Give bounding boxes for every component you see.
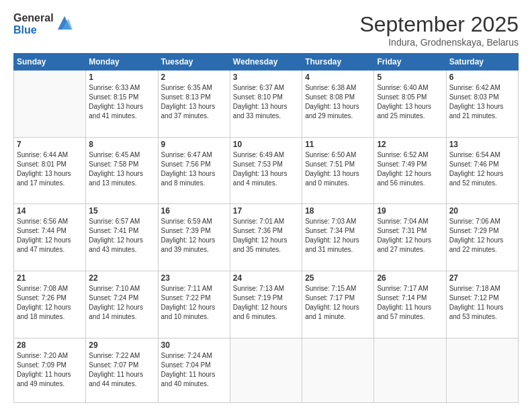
day-number: 22 xyxy=(89,273,154,283)
cell-info-line: Daylight: 12 hours xyxy=(377,169,443,179)
cell-info-line: Sunrise: 6:37 AM xyxy=(233,83,299,93)
cell-info-line: and 18 minutes. xyxy=(17,312,83,322)
cell-info-line: Daylight: 13 hours xyxy=(377,102,443,111)
table-row: 19Sunrise: 7:04 AMSunset: 7:31 PMDayligh… xyxy=(374,204,446,271)
day-number: 26 xyxy=(377,273,443,283)
cell-info-line: Daylight: 13 hours xyxy=(233,169,299,179)
cell-info-line: and 4 minutes. xyxy=(233,179,299,188)
cell-info-line: and 25 minutes. xyxy=(377,111,443,121)
cell-info-line: Daylight: 13 hours xyxy=(233,102,299,111)
cell-info-line: Daylight: 12 hours xyxy=(449,236,515,245)
table-row: 24Sunrise: 7:13 AMSunset: 7:19 PMDayligh… xyxy=(230,271,302,338)
cell-info-line: Sunrise: 6:52 AM xyxy=(377,150,443,160)
table-row: 29Sunrise: 7:22 AMSunset: 7:07 PMDayligh… xyxy=(86,338,158,402)
table-row: 17Sunrise: 7:01 AMSunset: 7:36 PMDayligh… xyxy=(230,204,302,271)
cell-info-line: Sunrise: 6:33 AM xyxy=(89,83,154,93)
cell-info-line: Daylight: 12 hours xyxy=(233,236,299,245)
cell-info-line: and 29 minutes. xyxy=(305,111,371,121)
table-row: 8Sunrise: 6:45 AMSunset: 7:58 PMDaylight… xyxy=(86,137,158,204)
table-row: 15Sunrise: 6:57 AMSunset: 7:41 PMDayligh… xyxy=(86,204,158,271)
cell-info-line: Sunset: 7:04 PM xyxy=(161,361,227,370)
cell-info-line: and 10 minutes. xyxy=(161,312,227,322)
cell-info-line: Sunset: 7:36 PM xyxy=(233,226,299,236)
table-row: 22Sunrise: 7:10 AMSunset: 7:24 PMDayligh… xyxy=(86,271,158,338)
cell-info-line: Sunset: 7:56 PM xyxy=(161,160,227,169)
cell-info-line: Sunrise: 7:18 AM xyxy=(449,284,515,293)
calendar-table: Sunday Monday Tuesday Wednesday Thursday… xyxy=(13,53,519,403)
table-row: 12Sunrise: 6:52 AMSunset: 7:49 PMDayligh… xyxy=(374,137,446,204)
cell-info-line: Daylight: 13 hours xyxy=(161,102,227,111)
table-row: 2Sunrise: 6:35 AMSunset: 8:13 PMDaylight… xyxy=(158,71,230,138)
cell-info-line: and 57 minutes. xyxy=(377,312,443,322)
logo-general: General xyxy=(13,12,54,24)
cell-info-line: Sunrise: 6:42 AM xyxy=(449,83,515,93)
cell-info-line: and 40 minutes. xyxy=(161,379,227,389)
cell-info-line: Sunrise: 7:08 AM xyxy=(17,284,83,293)
day-number: 13 xyxy=(449,140,515,149)
cell-info-line: Sunrise: 7:06 AM xyxy=(449,217,515,226)
cell-info-line: and 52 minutes. xyxy=(449,179,515,188)
day-number: 27 xyxy=(449,273,515,283)
cell-info-line: Sunrise: 6:44 AM xyxy=(17,150,83,160)
cell-info-line: Sunset: 7:49 PM xyxy=(377,160,443,169)
cell-info-line: Daylight: 12 hours xyxy=(161,303,227,312)
col-tuesday: Tuesday xyxy=(158,54,230,71)
cell-info-line: Daylight: 11 hours xyxy=(89,370,154,379)
cell-info-line: Sunrise: 7:10 AM xyxy=(89,284,154,293)
table-row: 16Sunrise: 6:59 AMSunset: 7:39 PMDayligh… xyxy=(158,204,230,271)
cell-info-line: Daylight: 12 hours xyxy=(17,236,83,245)
cell-info-line: Daylight: 12 hours xyxy=(449,169,515,179)
cell-info-line: and 6 minutes. xyxy=(233,312,299,322)
col-monday: Monday xyxy=(86,54,158,71)
table-row: 3Sunrise: 6:37 AMSunset: 8:10 PMDaylight… xyxy=(230,71,302,138)
day-number: 23 xyxy=(161,273,227,283)
table-row: 25Sunrise: 7:15 AMSunset: 7:17 PMDayligh… xyxy=(302,271,374,338)
cell-info-line: Sunset: 7:51 PM xyxy=(305,160,371,169)
cell-info-line: and 37 minutes. xyxy=(161,111,227,121)
cell-info-line: Sunset: 7:58 PM xyxy=(89,160,154,169)
col-thursday: Thursday xyxy=(302,54,374,71)
cell-info-line: Sunrise: 6:35 AM xyxy=(161,83,227,93)
day-number: 29 xyxy=(89,340,154,350)
day-number: 6 xyxy=(449,73,515,82)
cell-info-line: Sunset: 7:34 PM xyxy=(305,226,371,236)
cell-info-line: Sunset: 7:41 PM xyxy=(89,226,154,236)
logo-text: General Blue xyxy=(13,12,54,36)
cell-info-line: and 35 minutes. xyxy=(233,245,299,255)
header: General Blue September 2025 Indura, Grod… xyxy=(13,12,519,48)
cell-info-line: Sunset: 7:07 PM xyxy=(89,361,154,370)
cell-info-line: Daylight: 13 hours xyxy=(161,169,227,179)
cell-info-line: and 31 minutes. xyxy=(305,245,371,255)
table-row xyxy=(14,71,86,138)
cell-info-line: and 22 minutes. xyxy=(449,245,515,255)
cell-info-line: Daylight: 12 hours xyxy=(89,236,154,245)
cell-info-line: and 39 minutes. xyxy=(161,245,227,255)
table-row: 9Sunrise: 6:47 AMSunset: 7:56 PMDaylight… xyxy=(158,137,230,204)
day-number: 16 xyxy=(161,206,227,216)
cell-info-line: Daylight: 12 hours xyxy=(305,303,371,312)
cell-info-line: Daylight: 12 hours xyxy=(17,303,83,312)
month-title: September 2025 xyxy=(359,12,519,37)
cell-info-line: Daylight: 12 hours xyxy=(233,303,299,312)
cell-info-line: Sunset: 7:09 PM xyxy=(17,361,83,370)
cell-info-line: Sunrise: 7:13 AM xyxy=(233,284,299,293)
cell-info-line: Daylight: 13 hours xyxy=(305,102,371,111)
table-row: 30Sunrise: 7:24 AMSunset: 7:04 PMDayligh… xyxy=(158,338,230,402)
cell-info-line: and 14 minutes. xyxy=(89,312,154,322)
cell-info-line: Daylight: 13 hours xyxy=(89,102,154,111)
cell-info-line: Sunset: 8:05 PM xyxy=(377,93,443,102)
table-row: 4Sunrise: 6:38 AMSunset: 8:08 PMDaylight… xyxy=(302,71,374,138)
cell-info-line: Sunset: 7:19 PM xyxy=(233,293,299,303)
table-row: 20Sunrise: 7:06 AMSunset: 7:29 PMDayligh… xyxy=(446,204,518,271)
cell-info-line: Sunrise: 6:54 AM xyxy=(449,150,515,160)
day-number: 20 xyxy=(449,206,515,216)
cell-info-line: Sunrise: 7:03 AM xyxy=(305,217,371,226)
cell-info-line: Daylight: 13 hours xyxy=(305,169,371,179)
cell-info-line: Sunset: 7:24 PM xyxy=(89,293,154,303)
day-number: 2 xyxy=(161,73,227,82)
cell-info-line: Sunrise: 6:56 AM xyxy=(17,217,83,226)
cell-info-line: Sunrise: 7:15 AM xyxy=(305,284,371,293)
table-row xyxy=(302,338,374,402)
day-number: 8 xyxy=(89,140,154,149)
cell-info-line: Sunset: 7:22 PM xyxy=(161,293,227,303)
